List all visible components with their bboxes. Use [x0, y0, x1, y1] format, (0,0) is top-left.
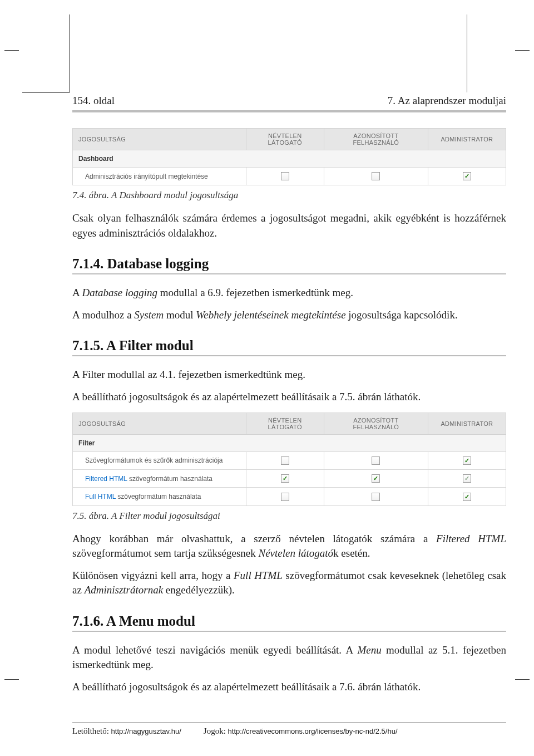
checkbox-icon[interactable]	[281, 172, 289, 180]
footer-rule	[72, 722, 506, 723]
text: szövegformátum használata	[116, 493, 201, 500]
paragraph: A modulhoz a System modul Webhely jelent…	[72, 308, 506, 322]
checkbox-icon[interactable]	[281, 456, 289, 465]
checkbox-cell	[428, 451, 506, 469]
paragraph: Csak olyan felhasználók számára érdemes …	[72, 211, 506, 240]
permission-link[interactable]: Full HTML	[85, 493, 116, 500]
permission-label: Szövegformátumok és szűrők adminisztráci…	[73, 451, 246, 469]
header-rule	[72, 110, 506, 112]
text-emphasis: Menu	[357, 644, 381, 656]
checkbox-icon[interactable]	[463, 474, 471, 483]
text: jogosultsága kapcsolódik.	[346, 309, 458, 321]
text-emphasis: System	[134, 309, 164, 321]
footer-label: Jogok:	[204, 726, 228, 735]
col-administrator: ADMINISTRATOR	[428, 129, 506, 150]
paragraph: A modul lehetővé teszi navigációs menük …	[72, 643, 506, 672]
text: szövegformátum használata	[127, 475, 212, 483]
heading-rule	[72, 355, 506, 356]
table-row: Full HTML szövegformátum használata	[73, 488, 506, 505]
paragraph: Különösen vigyázni kell arra, hogy a Ful…	[72, 568, 506, 597]
checkbox-cell	[428, 168, 506, 185]
footer-download: Letölthető: http://nagygusztav.hu/	[72, 726, 181, 736]
document-page: 154. oldal 7. Az alaprendszer moduljai J…	[0, 0, 534, 756]
col-anonymous: NÉVTELEN LÁTOGATÓ	[246, 413, 324, 434]
text: modul	[164, 309, 196, 321]
table-header-row: JOGOSULTSÁG NÉVTELEN LÁTOGATÓ AZONOSÍTOT…	[73, 413, 506, 434]
figure-caption: 7.4. ábra. A Dashboard modul jogosultság…	[72, 190, 506, 201]
col-permission: JOGOSULTSÁG	[73, 129, 246, 150]
col-permission: JOGOSULTSÁG	[73, 413, 246, 434]
table-section-row: Filter	[73, 434, 506, 451]
crop-mark	[515, 679, 530, 680]
col-authenticated: AZONOSÍTOTT FELHASZNÁLÓ	[324, 129, 428, 150]
col-administrator: ADMINISTRATOR	[428, 413, 506, 434]
footer-url: http://creativecommons.org/licenses/by-n…	[228, 727, 398, 735]
footer-label: Letölthető:	[72, 726, 111, 735]
text: modullal a 6.9. fejezetben ismerkedtünk …	[157, 287, 353, 298]
footer-rights: Jogok: http://creativecommons.org/licens…	[204, 726, 398, 736]
table-row: Szövegformátumok és szűrők adminisztráci…	[73, 451, 506, 469]
permissions-table-dashboard: JOGOSULTSÁG NÉVTELEN LÁTOGATÓ AZONOSÍTOT…	[72, 128, 506, 185]
heading-rule	[72, 273, 506, 274]
checkbox-cell	[428, 488, 506, 505]
checkbox-cell	[324, 168, 428, 185]
crop-mark	[4, 679, 19, 680]
checkbox-cell	[428, 469, 506, 487]
text-emphasis: Adminisztrátornak	[85, 584, 163, 596]
text-emphasis: Webhely jelentéseinek megtekintése	[196, 309, 345, 321]
table-row: Filtered HTML szövegformátum használata	[73, 469, 506, 487]
checkbox-cell	[324, 488, 428, 505]
crop-mark	[515, 50, 530, 51]
page-number: 154. oldal	[72, 95, 115, 107]
running-header: 154. oldal 7. Az alaprendszer moduljai	[72, 95, 506, 107]
text: Ahogy korábban már olvashattuk, a szerző…	[72, 533, 436, 544]
table-section-row: Dashboard	[73, 150, 506, 168]
section-heading: 7.1.6. A Menu modul	[72, 613, 506, 629]
crop-mark	[467, 14, 467, 92]
footer: Letölthető: http://nagygusztav.hu/ Jogok…	[72, 726, 506, 736]
checkbox-icon[interactable]	[463, 456, 471, 465]
paragraph: A beállítható jogosultságok és az alapér…	[72, 680, 506, 694]
table-row: Adminisztrációs irányítópult megtekintés…	[73, 168, 506, 185]
text: Különösen vigyázni kell arra, hogy a	[72, 570, 234, 581]
text: A	[72, 287, 82, 298]
checkbox-icon[interactable]	[372, 172, 380, 180]
checkbox-icon[interactable]	[281, 474, 289, 483]
checkbox-icon[interactable]	[372, 493, 380, 501]
text: k esetén.	[333, 547, 370, 559]
paragraph: A beállítható jogosultságok és az alapér…	[72, 390, 506, 404]
text: engedélyezzük).	[163, 584, 235, 596]
col-authenticated: AZONOSÍTOTT FELHASZNÁLÓ	[324, 413, 428, 434]
crop-mark	[22, 14, 70, 93]
col-anonymous: NÉVTELEN LÁTOGATÓ	[246, 129, 324, 150]
text-emphasis: Database logging	[82, 287, 157, 298]
checkbox-cell	[246, 168, 324, 185]
permission-label: Filtered HTML szövegformátum használata	[73, 469, 246, 487]
checkbox-icon[interactable]	[281, 493, 289, 501]
text-emphasis: Full HTML	[234, 570, 283, 581]
text-emphasis: Névtelen látogató	[259, 547, 334, 559]
table-header-row: JOGOSULTSÁG NÉVTELEN LÁTOGATÓ AZONOSÍTOT…	[73, 129, 506, 150]
permission-link[interactable]: Filtered HTML	[85, 475, 127, 483]
checkbox-cell	[324, 469, 428, 487]
section-label: Filter	[73, 434, 506, 451]
section-heading: 7.1.5. A Filter modul	[72, 338, 506, 354]
paragraph: A Database logging modullal a 6.9. fejez…	[72, 286, 506, 300]
checkbox-cell	[246, 488, 324, 505]
checkbox-icon[interactable]	[372, 474, 380, 483]
paragraph: A Filter modullal az 4.1. fejezetben ism…	[72, 367, 506, 382]
paragraph: Ahogy korábban már olvashattuk, a szerző…	[72, 532, 506, 561]
permissions-table-filter: JOGOSULTSÁG NÉVTELEN LÁTOGATÓ AZONOSÍTOT…	[72, 413, 506, 506]
content-area: 154. oldal 7. Az alaprendszer moduljai J…	[72, 95, 506, 736]
text: A modul lehetővé teszi navigációs menük …	[72, 644, 357, 656]
checkbox-cell	[324, 451, 428, 469]
permission-label: Adminisztrációs irányítópult megtekintés…	[73, 168, 246, 185]
checkbox-icon[interactable]	[463, 172, 471, 180]
heading-rule	[72, 631, 506, 632]
checkbox-icon[interactable]	[372, 456, 380, 465]
checkbox-cell	[246, 451, 324, 469]
checkbox-icon[interactable]	[463, 493, 471, 501]
text: szövegformátumot sem tartja szükségesnek	[72, 547, 259, 559]
footer-url: http://nagygusztav.hu/	[111, 727, 181, 735]
section-label: Dashboard	[73, 150, 506, 168]
